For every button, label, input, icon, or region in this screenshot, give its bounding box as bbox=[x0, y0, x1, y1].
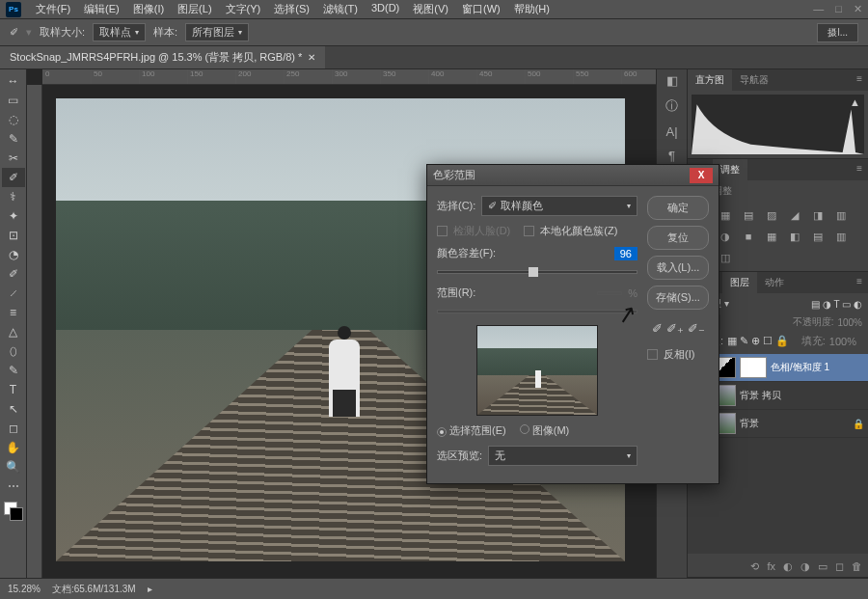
collapsed-panel-icon[interactable]: ¶ bbox=[668, 149, 675, 163]
detect-faces-checkbox[interactable] bbox=[437, 226, 448, 236]
menu-item[interactable]: 选择(S) bbox=[267, 0, 316, 18]
menu-item[interactable]: 图像(I) bbox=[126, 0, 171, 18]
close-icon[interactable]: ✕ bbox=[308, 52, 315, 63]
collapsed-panel-icon[interactable]: ⓘ bbox=[665, 97, 678, 115]
tool-button[interactable]: ◌ bbox=[2, 110, 25, 129]
zoom-level[interactable]: 15.28% bbox=[8, 584, 41, 594]
tab-histogram[interactable]: 直方图 bbox=[688, 69, 732, 91]
adjustment-preset-icon[interactable]: ▦ bbox=[763, 229, 780, 244]
eyedropper-tool-icon[interactable]: ✐ bbox=[10, 26, 18, 39]
dialog-close-button[interactable]: X bbox=[690, 168, 713, 183]
tab-actions[interactable]: 动作 bbox=[757, 272, 792, 293]
tab-navigator[interactable]: 导航器 bbox=[732, 69, 776, 91]
localized-label: 本地化颜色簇(Z) bbox=[540, 224, 617, 238]
tool-button[interactable]: △ bbox=[2, 322, 25, 341]
window-maximize[interactable]: □ bbox=[835, 3, 842, 15]
tool-button[interactable]: ✐ bbox=[2, 168, 25, 187]
tool-button[interactable]: 🔍 bbox=[2, 457, 25, 476]
fuzziness-value[interactable]: 96 bbox=[614, 247, 637, 260]
preview-thumbnail[interactable] bbox=[476, 325, 598, 416]
menu-item[interactable]: 文字(Y) bbox=[219, 0, 268, 18]
collapsed-panel-icon[interactable]: ◧ bbox=[666, 73, 678, 88]
lock-icon: 🔒 bbox=[853, 419, 864, 429]
menu-item[interactable]: 编辑(E) bbox=[77, 0, 126, 18]
adjustment-preset-icon[interactable]: ◧ bbox=[786, 229, 803, 244]
app-logo: Ps bbox=[6, 2, 21, 17]
tool-button[interactable]: ⚕ bbox=[2, 187, 25, 206]
delete-icon[interactable]: 🗑 bbox=[852, 560, 862, 572]
layer-mask-thumbnail[interactable] bbox=[740, 357, 767, 378]
eyedropper-plus-icon[interactable]: ✐₊ bbox=[666, 321, 684, 336]
adjustment-preset-icon[interactable]: ▥ bbox=[832, 229, 850, 244]
menu-item[interactable]: 3D(D) bbox=[365, 0, 406, 18]
localized-checkbox[interactable] bbox=[524, 226, 534, 236]
window-minimize[interactable]: — bbox=[813, 3, 824, 15]
menu-item[interactable]: 帮助(H) bbox=[507, 0, 556, 18]
document-tab-title: StockSnap_JMRRS4PFRH.jpg @ 15.3% (背景 拷贝,… bbox=[10, 50, 302, 65]
tool-button[interactable]: ⟋ bbox=[2, 284, 25, 303]
menu-item[interactable]: 滤镜(T) bbox=[316, 0, 365, 18]
tool-button[interactable]: ✋ bbox=[2, 438, 25, 457]
collapsed-panel-icon[interactable]: A| bbox=[665, 124, 677, 139]
selection-preview-dropdown[interactable]: 无 bbox=[488, 446, 637, 466]
adjustment-preset-icon[interactable]: ▤ bbox=[809, 229, 827, 244]
window-close[interactable]: ✕ bbox=[854, 3, 862, 15]
layer-mask-icon[interactable]: ◐ bbox=[783, 560, 793, 573]
panel-menu-icon[interactable]: ≡ bbox=[851, 272, 868, 293]
adjustment-preset-icon[interactable]: ◨ bbox=[809, 207, 827, 223]
tool-button[interactable]: T bbox=[2, 380, 25, 399]
fuzziness-slider[interactable] bbox=[437, 270, 637, 274]
tool-button[interactable]: ⋯ bbox=[2, 476, 25, 496]
tool-button[interactable]: ↔ bbox=[2, 71, 25, 91]
menu-item[interactable]: 图层(L) bbox=[171, 0, 218, 18]
tool-button[interactable]: ✎ bbox=[2, 129, 25, 149]
tool-button[interactable]: ↖ bbox=[2, 399, 25, 419]
menu-item[interactable]: 窗口(W) bbox=[455, 0, 507, 18]
adjustment-preset-icon[interactable]: ▤ bbox=[740, 207, 757, 223]
tool-button[interactable]: ◔ bbox=[2, 245, 25, 264]
link-layers-icon[interactable]: ⟲ bbox=[750, 560, 759, 573]
tool-button[interactable]: ◻ bbox=[2, 419, 25, 438]
tool-button[interactable]: ✎ bbox=[2, 361, 25, 380]
sample-size-select[interactable]: 取样点 bbox=[93, 23, 146, 41]
adjustment-layer-icon[interactable]: ◑ bbox=[800, 560, 810, 573]
adjustment-preset-icon[interactable]: ◢ bbox=[786, 207, 803, 223]
tool-button[interactable]: ≡ bbox=[2, 303, 25, 322]
sample-source-select[interactable]: 所有图层 bbox=[185, 23, 249, 41]
optbar-button[interactable]: 摄l... bbox=[817, 23, 858, 42]
layer-name: 背景 拷贝 bbox=[740, 389, 781, 402]
tab-layers[interactable]: 图层 bbox=[722, 272, 757, 293]
group-icon[interactable]: ▭ bbox=[818, 560, 827, 573]
select-dropdown[interactable]: ✐ 取样颜色 bbox=[481, 196, 637, 216]
menu-item[interactable]: 文件(F) bbox=[29, 0, 77, 18]
adjustment-preset-icon[interactable]: ▨ bbox=[763, 207, 780, 223]
ok-button[interactable]: 确定 bbox=[647, 196, 709, 220]
new-layer-icon[interactable]: ◻ bbox=[835, 560, 844, 573]
warning-icon[interactable]: ▲ bbox=[850, 96, 860, 108]
tool-button[interactable]: ▭ bbox=[2, 91, 25, 110]
tool-button[interactable]: ✂ bbox=[2, 149, 25, 168]
panel-menu-icon[interactable]: ≡ bbox=[851, 159, 868, 180]
radio-selection[interactable]: 选择范围(E) bbox=[437, 423, 506, 438]
eyedropper-minus-icon[interactable]: ✐₋ bbox=[688, 321, 705, 336]
radio-image[interactable]: 图像(M) bbox=[520, 423, 570, 438]
tool-button[interactable]: ⊡ bbox=[2, 226, 25, 245]
panel-menu-icon[interactable]: ≡ bbox=[851, 69, 868, 91]
tool-button[interactable]: ✦ bbox=[2, 206, 25, 226]
invert-checkbox[interactable] bbox=[647, 349, 658, 360]
tool-button[interactable]: ⬯ bbox=[2, 341, 25, 361]
adjustment-preset-icon[interactable]: ■ bbox=[740, 229, 757, 244]
document-tab[interactable]: StockSnap_JMRRS4PFRH.jpg @ 15.3% (背景 拷贝,… bbox=[0, 46, 325, 68]
load-button[interactable]: 载入(L)... bbox=[647, 256, 709, 280]
color-range-dialog: 色彩范围 X 选择(C): ✐ 取样颜色 检测人脸(D) 本地化颜色簇(Z) 颜… bbox=[426, 164, 719, 484]
cancel-button[interactable]: 复位 bbox=[647, 226, 709, 250]
adjustment-preset-icon[interactable]: ▥ bbox=[832, 207, 850, 223]
eyedropper-icon[interactable]: ✐ bbox=[652, 321, 663, 336]
layer-style-icon[interactable]: fx bbox=[767, 560, 775, 572]
sample-size-label: 取样大小: bbox=[40, 25, 85, 40]
background-color-swatch[interactable] bbox=[10, 507, 23, 521]
menu-item[interactable]: 视图(V) bbox=[406, 0, 455, 18]
save-button[interactable]: 存储(S)... bbox=[647, 286, 709, 310]
layer-name: 色相/饱和度 1 bbox=[771, 361, 829, 374]
tool-button[interactable]: ✐ bbox=[2, 264, 25, 284]
